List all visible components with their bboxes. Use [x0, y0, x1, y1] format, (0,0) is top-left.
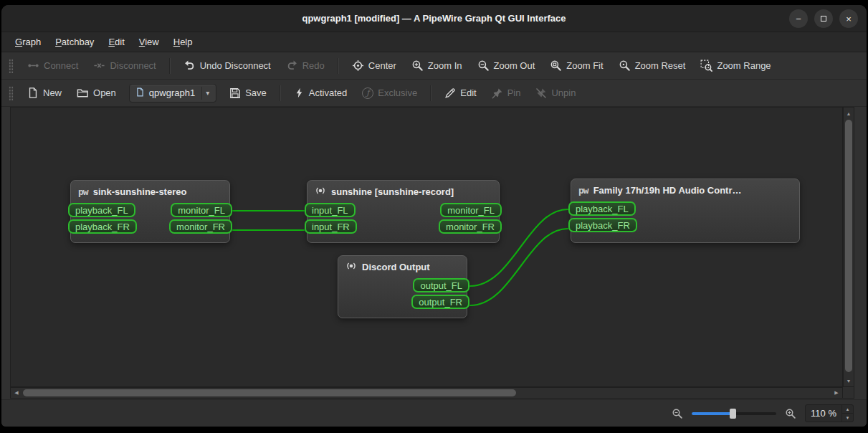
zoom-fit-button[interactable]: Zoom Fit	[543, 56, 609, 75]
port-playback-fl[interactable]: playback_FL	[68, 203, 135, 217]
close-icon: ×	[846, 14, 852, 24]
port-input-fr[interactable]: input_FR	[305, 219, 357, 234]
zoom-range-icon	[700, 60, 712, 72]
zoom-fit-label: Zoom Fit	[566, 60, 603, 71]
save-label: Save	[245, 87, 267, 98]
spin-up-icon[interactable]: ▴	[842, 405, 853, 414]
port-playback-fl[interactable]: playback_FL	[568, 201, 636, 216]
activated-label: Activated	[309, 87, 347, 98]
node-title-text: Family 17h/19h HD Audio Contr…	[593, 185, 742, 196]
node-header: sunshine [sunshine-record]	[307, 181, 499, 202]
output-ports: monitor_FL monitor_FR	[439, 203, 502, 234]
port-output-fl[interactable]: output_FL	[413, 278, 469, 292]
zoom-slider[interactable]	[692, 408, 776, 419]
output-ports: monitor_FL monitor_FR	[169, 203, 232, 234]
horizontal-scroll-thumb[interactable]	[23, 389, 516, 396]
patchbay-toolbar: New Open qpwgraph1 ▾ Save Activated ƒ Ex…	[1, 80, 867, 107]
pin-button[interactable]: Pin	[485, 84, 528, 103]
node-sink-sunshine-stereo[interactable]: pw sink-sunshine-stereo playback_FL play…	[70, 180, 230, 243]
zoom-reset-icon	[619, 60, 631, 72]
connect-button[interactable]: Connect	[21, 56, 85, 75]
toolbar-drag-handle[interactable]	[9, 86, 14, 100]
port-rows: playback_FL playback_FR monitor_FL monit…	[68, 203, 232, 234]
node-title-text: sunshine [sunshine-record]	[331, 186, 454, 197]
disconnect-button[interactable]: Disconnect	[87, 56, 162, 75]
zoom-out-button[interactable]: Zoom Out	[471, 56, 542, 75]
port-monitor-fl[interactable]: monitor_FL	[440, 203, 502, 217]
zoom-in-icon	[411, 60, 424, 72]
record-icon	[315, 185, 326, 199]
node-family-hd-audio[interactable]: pw Family 17h/19h HD Audio Contr… playba…	[571, 179, 800, 243]
maximize-button[interactable]	[814, 9, 833, 28]
scroll-left-icon[interactable]: ◀	[11, 388, 22, 398]
activated-button[interactable]: Activated	[287, 83, 353, 103]
close-button[interactable]: ×	[839, 9, 858, 28]
zoom-reset-button[interactable]: Zoom Reset	[612, 56, 692, 75]
redo-button[interactable]: Redo	[280, 56, 331, 75]
pipewire-icon: pw	[578, 185, 588, 196]
new-label: New	[43, 87, 62, 98]
node-title-text: Discord Output	[362, 262, 430, 272]
graph-canvas[interactable]: pw sink-sunshine-stereo playback_FL play…	[10, 107, 843, 387]
new-button[interactable]: New	[21, 83, 68, 103]
zoom-in-button[interactable]: Zoom In	[405, 56, 469, 75]
center-button[interactable]: Center	[345, 56, 403, 75]
vertical-scroll-thumb[interactable]	[845, 120, 852, 372]
port-playback-fr[interactable]: playback_FR	[68, 219, 137, 234]
patchbay-profile-combo[interactable]: qpwgraph1 ▾	[129, 84, 216, 103]
menu-patchbay[interactable]: Patchbay	[49, 34, 100, 49]
unpin-button[interactable]: Unpin	[529, 84, 582, 103]
pencil-icon	[444, 87, 456, 99]
window-controls: − ×	[789, 9, 858, 28]
spin-down-icon[interactable]: ▾	[842, 414, 853, 422]
menu-view[interactable]: View	[133, 34, 166, 49]
zoom-value[interactable]: 110 %	[806, 405, 841, 422]
graph-view: pw sink-sunshine-stereo playback_FL play…	[1, 107, 867, 399]
menubar: Graph Patchbay Edit View Help	[1, 32, 867, 52]
toolbar-drag-handle[interactable]	[9, 59, 14, 73]
scroll-down-icon[interactable]: ▼	[844, 376, 854, 386]
save-button[interactable]: Save	[223, 84, 273, 103]
input-ports: playback_FL playback_FR	[68, 203, 137, 234]
window-title: qpwgraph1 [modified] — A PipeWire Graph …	[302, 13, 566, 24]
scrollbar-corner	[843, 387, 854, 399]
edit-label: Edit	[460, 87, 476, 98]
scroll-up-icon[interactable]: ▲	[844, 108, 854, 118]
horizontal-scrollbar[interactable]: ◀ ▶	[10, 387, 843, 399]
zoom-spin-arrows: ▴ ▾	[841, 405, 853, 422]
open-button[interactable]: Open	[70, 83, 123, 103]
edit-button[interactable]: Edit	[438, 84, 482, 103]
patchbay-profile-value: qpwgraph1	[149, 87, 195, 98]
new-file-icon	[27, 87, 39, 99]
node-sunshine-record[interactable]: sunshine [sunshine-record] input_FL inpu…	[307, 180, 500, 243]
port-monitor-fr[interactable]: monitor_FR	[169, 219, 232, 234]
port-monitor-fl[interactable]: monitor_FL	[171, 203, 232, 217]
zoom-out-label: Zoom Out	[494, 60, 535, 71]
redo-label: Redo	[302, 60, 325, 71]
pipewire-icon: pw	[78, 186, 88, 197]
node-discord-output[interactable]: Discord Output output_FL output_FR	[338, 255, 467, 318]
scroll-right-icon[interactable]: ▶	[831, 388, 841, 398]
menu-graph[interactable]: Graph	[9, 34, 47, 49]
menu-help[interactable]: Help	[167, 34, 199, 49]
zoom-out-icon	[477, 60, 490, 72]
menu-edit[interactable]: Edit	[102, 34, 130, 49]
zoom-range-button[interactable]: Zoom Range	[694, 56, 777, 75]
undo-disconnect-button[interactable]: Undo Disconnect	[177, 56, 277, 75]
zoom-slider-fill	[692, 412, 733, 415]
patchbay-file-icon	[135, 87, 145, 100]
exclusive-label: Exclusive	[378, 87, 417, 98]
zoom-slider-handle[interactable]	[730, 409, 736, 419]
exclusive-button[interactable]: ƒ Exclusive	[356, 84, 424, 103]
port-monitor-fr[interactable]: monitor_FR	[439, 219, 502, 234]
vertical-scrollbar[interactable]: ▲ ▼	[843, 107, 854, 387]
port-rows: output_FL output_FR	[335, 278, 469, 309]
titlebar[interactable]: qpwgraph1 [modified] — A PipeWire Graph …	[1, 5, 867, 32]
port-input-fl[interactable]: input_FL	[305, 203, 356, 217]
zoom-spinbox[interactable]: 110 % ▴ ▾	[805, 404, 854, 422]
port-output-fr[interactable]: output_FR	[411, 295, 469, 309]
zoom-out-mini-icon	[672, 408, 683, 419]
minimize-button[interactable]: −	[789, 9, 808, 28]
port-playback-fr[interactable]: playback_FR	[568, 218, 637, 232]
open-label: Open	[93, 87, 116, 98]
